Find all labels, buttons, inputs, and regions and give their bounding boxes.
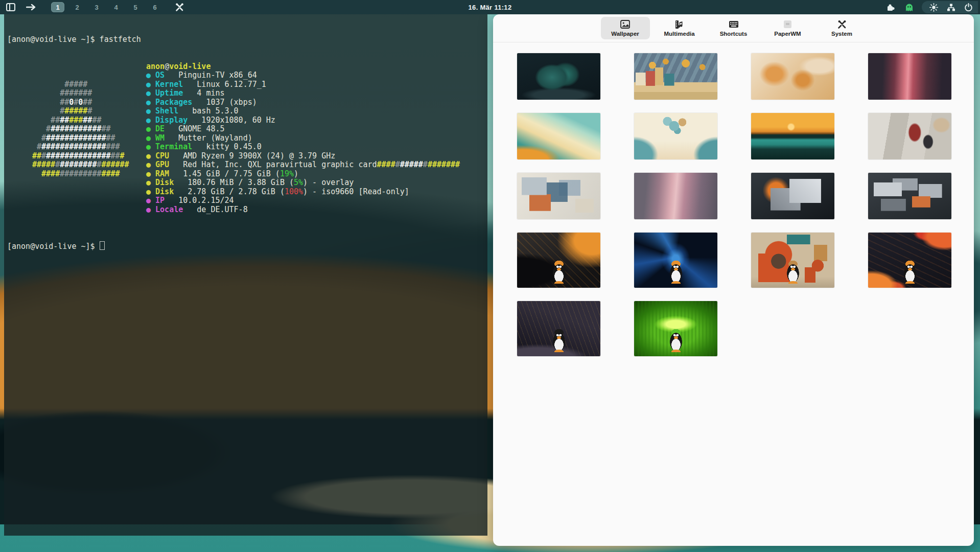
fastfetch-info-line: ● GPU Red Hat, Inc. QXL paravirtual grap… [146,160,460,170]
text-segment: ## [83,98,92,107]
ascii-art-row: #################### [32,152,129,161]
fastfetch-info-line: ● Packages 1037 (xbps) [146,98,460,107]
wallpaper-thumbnail-penguin-gold-waves[interactable] [517,301,600,356]
penguin-mascot [667,259,685,284]
tools-icon [837,19,847,29]
ascii-art-row: ####### [32,89,129,98]
wallpaper-thumbnail-teal-orange-dunes[interactable] [517,113,600,159]
clock[interactable]: 16. Mär 11:12 [469,0,512,14]
text-segment: ## [32,116,60,125]
wallpaper-thumbnail-steel-cubes-orange[interactable] [751,173,834,219]
workspace-button-3[interactable]: 3 [90,2,103,12]
penguin-mascot [901,259,919,284]
text-segment: ● Uptime [146,88,183,98]
fastfetch-info-line: ● RAM 1.45 GiB / 7.75 GiB (19%) [146,170,460,179]
workspace-button-4[interactable]: 4 [109,2,123,12]
brightness-icon[interactable] [928,2,939,13]
network-icon[interactable] [945,2,956,13]
text-segment: Mutter (Wayland) [165,133,252,143]
wallpaper-thumbnail-rose-smoke[interactable] [634,173,717,219]
tab-label: PaperWM [774,31,801,37]
text-segment: # [41,151,46,160]
wallpaper-thumbnail-pastel-tree-valley[interactable] [634,113,717,159]
text-segment: ## [83,116,92,125]
fastfetch-output: ##### ####### ##0#0## ####### ##########… [7,62,487,223]
workspace-button-2[interactable]: 2 [71,2,84,12]
terminal-content: [anon@void-live ~]$ fastfetch ##### ####… [7,17,487,536]
wallpaper-thumbnail-penguin-lava-blobs[interactable] [868,233,951,288]
terminal-window[interactable]: [anon@void-live ~]$ fastfetch ##### ####… [4,14,487,536]
arrow-right-icon[interactable] [26,2,37,13]
tiling-panes-icon[interactable] [5,2,16,13]
wallpaper-thumbnail-blue-orange-squares[interactable] [517,173,600,219]
text-segment: ● CPU [146,151,169,160]
text-segment: ### [69,116,83,125]
text-segment: 1.45 GiB / 7.75 GiB ( [169,169,280,178]
tools-icon[interactable] [174,2,185,13]
wallpaper-row [517,233,951,288]
text-segment: ############# [46,133,106,143]
text-segment: ###### [101,160,129,169]
fastfetch-title: anon@void-live [146,62,460,72]
text-segment: 1920x1080, 60 Hz [188,116,275,125]
text-segment: ##### [64,106,87,116]
text-segment: ● RAM [146,169,169,178]
tab-multimedia[interactable]: Multimedia [655,17,704,39]
text-segment: # [423,160,428,169]
extension-puzzle-icon[interactable] [885,2,896,13]
text-segment: # [32,133,46,143]
ascii-art-row: ##### [32,80,129,89]
terminal-prompt-line: [anon@void-live ~]$ fastfetch [7,35,487,44]
wallpaper-thumbnail-penguin-circuit-waves[interactable] [517,233,600,288]
tab-label: Shortcuts [720,31,748,37]
fastfetch-info-line: ● OS Pinguin-TV x86_64 [146,71,460,80]
wallpaper-thumbnail-penguin-blue-rays[interactable] [634,233,717,288]
text-segment: ) [294,169,298,178]
fastfetch-info-line: ● Locale de_DE.UTF-8 [146,205,460,215]
wallpaper-row [517,301,951,356]
fastfetch-info-line: ● DE GNOME 48.5 [146,125,460,134]
wallpaper-thumbnail-gray-red-collage[interactable] [868,113,951,159]
text-segment: bash 5.3.0 [178,106,238,116]
text-segment: ● Shell [146,106,178,116]
text-segment: #### [377,160,395,169]
text-segment: ● GPU [146,160,169,169]
workspace-button-5[interactable]: 5 [129,2,142,12]
text-segment: # [395,160,400,169]
tab-shortcuts[interactable]: Shortcuts [709,17,758,39]
workspace-switcher: 123456 [51,2,161,12]
tab-label: System [831,31,852,37]
text-segment: ############## [46,151,110,160]
tab-wallpaper[interactable]: Wallpaper [601,17,650,39]
settings-panel: WallpaperMultimediaShortcutsPaperWMSyste… [493,14,974,546]
wallpaper-thumbnail-gray-blocks-orange[interactable] [868,173,951,219]
text-segment: ##### [400,160,423,169]
wallpaper-thumbnail-dark-teal-leaves[interactable] [517,53,600,100]
ascii-art-row: ################ [32,134,129,143]
wallpaper-thumbnail-autumn-village[interactable] [634,53,717,100]
top-bar-left: 123456 [5,0,185,14]
workspace-button-6[interactable]: 6 [148,2,161,12]
text-segment: ######### [60,169,101,178]
fastfetch-info-line: ● Shell bash 5.3.0 [146,107,460,116]
power-icon[interactable] [963,2,974,13]
wallpaper-thumbnail-penguin-matrix-green[interactable] [634,301,717,356]
text-segment: 5% [294,178,303,187]
text-segment: ● Disk [146,187,174,196]
fastfetch-info-line: ● WM Mutter (Wayland) [146,134,460,143]
image-icon [620,19,630,29]
workspace-button-1[interactable]: 1 [51,2,64,12]
text-segment: 0 [69,98,74,107]
terminal-prompt-line-2: [anon@void-live ~]$ [7,241,487,251]
terminal-cursor [100,241,105,250]
ghost-icon[interactable] [903,2,915,13]
wallpaper-thumbnail-sunset-forest-lake[interactable] [751,113,834,159]
text-segment: anon [146,62,165,71]
tab-paperwm[interactable]: PaperWM [763,17,812,39]
text-segment: @ [165,62,169,71]
wallpaper-thumbnail-penguin-terracotta-arch[interactable] [751,233,834,288]
wallpaper-thumbnail-crimson-mist[interactable] [868,53,951,100]
tab-system[interactable]: System [818,17,867,39]
text-segment: ● DE [146,124,165,133]
wallpaper-thumbnail-amber-lilies[interactable] [751,53,834,100]
